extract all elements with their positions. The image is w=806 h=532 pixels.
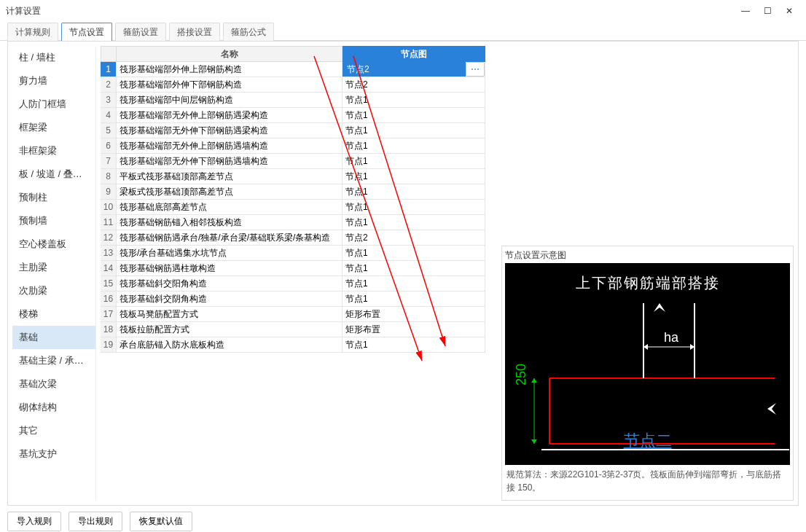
- tab-3[interactable]: 搭接设置: [169, 23, 220, 41]
- row-number: 1: [101, 62, 117, 77]
- sidebar-item-16[interactable]: 其它: [12, 419, 95, 442]
- row-name: 平板式筏形基础顶部高差节点: [117, 169, 343, 184]
- maximize-button[interactable]: ☐: [756, 4, 778, 18]
- row-node[interactable]: 节点2⋯: [343, 62, 485, 77]
- table-row[interactable]: 1筏形基础端部外伸上部钢筋构造节点2⋯: [101, 62, 794, 77]
- row-number: 12: [101, 230, 117, 246]
- col-node: 节点图: [343, 46, 485, 62]
- row-number: 6: [101, 138, 117, 154]
- row-name: 筏形基础钢筋锚入相邻筏板构造: [117, 215, 343, 230]
- row-name: 筏形基础端部无外伸下部钢筋遇梁构造: [117, 123, 343, 138]
- row-node[interactable]: 节点1: [343, 108, 485, 123]
- row-name: 筏形基础端部无外伸上部钢筋遇梁构造: [117, 108, 343, 123]
- minimize-button[interactable]: —: [735, 4, 756, 18]
- sidebar-item-3[interactable]: 框架梁: [12, 116, 95, 139]
- row-node[interactable]: 节点1: [343, 123, 485, 138]
- bottom-buttons: 导入规则 导出规则 恢复默认值: [0, 512, 806, 531]
- row-name: 筏板拉筋配置方式: [117, 322, 343, 337]
- row-number: 7: [101, 154, 117, 169]
- import-button[interactable]: 导入规则: [7, 512, 61, 531]
- row-node[interactable]: 节点1: [343, 138, 485, 154]
- row-number: 16: [101, 292, 117, 307]
- row-node[interactable]: 矩形布置: [343, 322, 485, 337]
- col-num: [101, 46, 117, 62]
- row-node[interactable]: 节点1: [343, 292, 485, 307]
- tab-0[interactable]: 计算规则: [7, 23, 58, 41]
- tab-4[interactable]: 箍筋公式: [223, 23, 274, 41]
- tab-1[interactable]: 节点设置: [61, 23, 112, 41]
- sidebar-item-14[interactable]: 基础次梁: [12, 372, 95, 396]
- restore-button[interactable]: 恢复默认值: [130, 512, 192, 531]
- row-name: 筏形基础端部无外伸下部钢筋遇墙构造: [117, 154, 343, 169]
- row-node[interactable]: 节点2: [343, 230, 485, 246]
- row-node[interactable]: 节点1: [343, 215, 485, 230]
- row-node[interactable]: 节点1: [343, 261, 485, 276]
- diagram-dim-250: 250: [514, 364, 529, 386]
- row-number: 14: [101, 261, 117, 276]
- table-row[interactable]: 2筏形基础端部外伸下部钢筋构造节点2: [101, 77, 794, 93]
- row-node[interactable]: 节点1: [343, 184, 485, 200]
- row-number: 4: [101, 108, 117, 123]
- preview-title: 节点设置示意图: [505, 249, 790, 262]
- sidebar-item-10[interactable]: 次肋梁: [12, 279, 95, 302]
- row-name: 筏形基础钢筋遇柱墩构造: [117, 261, 343, 276]
- table-row[interactable]: 3筏形基础端部中间层钢筋构造节点1: [101, 93, 794, 108]
- close-button[interactable]: ✕: [778, 4, 800, 18]
- table-row[interactable]: 5筏形基础端部无外伸下部钢筋遇梁构造节点1: [101, 123, 794, 138]
- table-header: 名称 节点图: [101, 46, 794, 62]
- tab-2[interactable]: 箍筋设置: [115, 23, 166, 41]
- row-name: 筏形基础端部中间层钢筋构造: [117, 93, 343, 108]
- row-number: 19: [101, 337, 117, 353]
- sidebar-item-17[interactable]: 基坑支护: [12, 442, 95, 466]
- sidebar-item-1[interactable]: 剪力墙: [12, 69, 95, 93]
- row-number: 9: [101, 184, 117, 200]
- table-row[interactable]: 4筏形基础端部无外伸上部钢筋遇梁构造节点1: [101, 108, 794, 123]
- table-row[interactable]: 8平板式筏形基础顶部高差节点节点1: [101, 169, 794, 184]
- content-pane: 柱 / 墙柱剪力墙人防门框墙框架梁非框架梁板 / 坡道 / 叠合...预制柱预制…: [7, 41, 799, 506]
- row-node[interactable]: 节点1: [343, 276, 485, 292]
- col-name: 名称: [117, 46, 343, 62]
- table-row[interactable]: 12筏形基础钢筋遇承台/独基/承台梁/基础联系梁/条基构造节点2: [101, 230, 794, 246]
- sidebar-item-9[interactable]: 主肋梁: [12, 256, 95, 279]
- sidebar-item-4[interactable]: 非框架梁: [12, 139, 95, 163]
- row-number: 2: [101, 77, 117, 93]
- sidebar-item-11[interactable]: 楼梯: [12, 302, 95, 326]
- sidebar-item-8[interactable]: 空心楼盖板: [12, 232, 95, 256]
- row-name: 梁板式筏形基础顶部高差节点: [117, 184, 343, 200]
- sidebar-item-6[interactable]: 预制柱: [12, 186, 95, 209]
- row-number: 15: [101, 276, 117, 292]
- row-node[interactable]: 矩形布置: [343, 307, 485, 322]
- row-name: 筏形基础端部无外伸上部钢筋遇墙构造: [117, 138, 343, 154]
- table-row[interactable]: 6筏形基础端部无外伸上部钢筋遇墙构造节点1: [101, 138, 794, 154]
- row-node[interactable]: 节点1: [343, 200, 485, 215]
- node-picker-icon[interactable]: ⋯: [466, 62, 485, 77]
- row-name: 筏形基础斜交阴角构造: [117, 292, 343, 307]
- row-node[interactable]: 节点2: [343, 77, 485, 93]
- row-node[interactable]: 节点1: [343, 169, 485, 184]
- row-node[interactable]: 节点1: [343, 93, 485, 108]
- table-row[interactable]: 10筏形基础底部高差节点节点1: [101, 200, 794, 215]
- main-tabs: 计算规则节点设置箍筋设置搭接设置箍筋公式: [0, 22, 806, 41]
- row-number: 11: [101, 215, 117, 230]
- table-row[interactable]: 9梁板式筏形基础顶部高差节点节点1: [101, 184, 794, 200]
- row-name: 筏板马凳筋配置方式: [117, 307, 343, 322]
- export-button[interactable]: 导出规则: [69, 512, 122, 531]
- sidebar-item-15[interactable]: 砌体结构: [12, 396, 95, 419]
- sidebar-item-7[interactable]: 预制墙: [12, 209, 95, 232]
- row-node[interactable]: 节点1: [343, 337, 485, 353]
- table-row[interactable]: 11筏形基础钢筋锚入相邻筏板构造节点1: [101, 215, 794, 230]
- sidebar-item-5[interactable]: 板 / 坡道 / 叠合...: [12, 163, 95, 186]
- sidebar-item-0[interactable]: 柱 / 墙柱: [12, 46, 95, 69]
- sidebar-item-13[interactable]: 基础主梁 / 承台梁: [12, 349, 95, 372]
- row-number: 8: [101, 169, 117, 184]
- table-row[interactable]: 7筏形基础端部无外伸下部钢筋遇墙构造节点1: [101, 154, 794, 169]
- row-number: 3: [101, 93, 117, 108]
- row-node[interactable]: 节点1: [343, 154, 485, 169]
- row-node[interactable]: 节点1: [343, 246, 485, 261]
- diagram: 上下部钢筋端部搭接 ha 250 节点二: [505, 263, 790, 465]
- sidebar-item-2[interactable]: 人防门框墙: [12, 93, 95, 116]
- diagram-label-ha: ha: [664, 330, 678, 345]
- sidebar-item-12[interactable]: 基础: [12, 326, 95, 349]
- diagram-node-link[interactable]: 节点二: [505, 430, 790, 452]
- row-name: 承台底筋锚入防水底板构造: [117, 337, 343, 353]
